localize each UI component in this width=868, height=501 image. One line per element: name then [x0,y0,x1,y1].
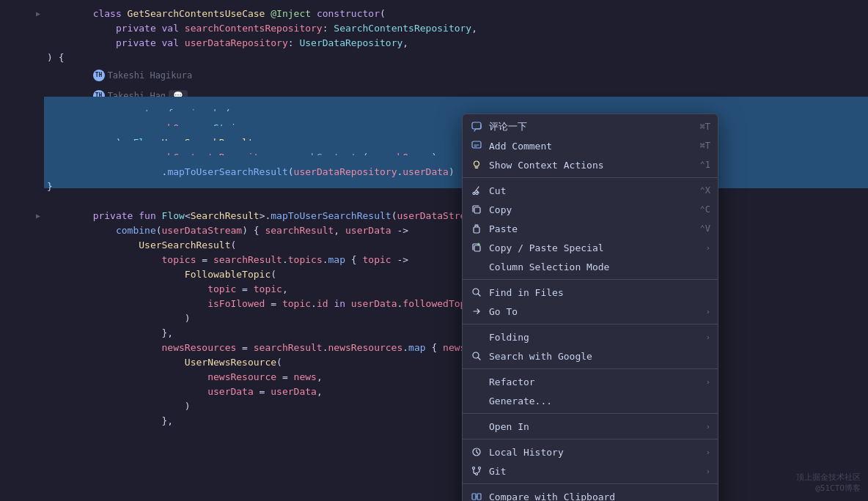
svg-point-13 [476,473,478,475]
menu-item-shortcut-paste: ⌃V [700,223,710,234]
svg-rect-5 [474,207,480,213]
svg-rect-0 [472,122,481,129]
copy-paste-special-arrow: › [705,243,710,253]
menu-item-label-add-comment: Add Comment [489,141,685,152]
context-menu: 评论一下 ⌘T Add Comment ⌘T Show Context Acti… [462,114,718,501]
svg-rect-6 [474,227,479,233]
refactor-arrow: › [705,377,710,387]
menu-item-shortcut-add-comment: ⌘T [700,141,710,151]
paste-icon [470,223,483,234]
menu-item-comment-chinese[interactable]: 评论一下 ⌘T [463,117,718,136]
watermark-line1: 顶上掘金技术社区 [796,472,861,483]
menu-item-compare-with-clipboard[interactable]: Compare with Clipboard [463,487,718,501]
fold-icon-1[interactable]: ▶ [32,10,44,18]
svg-point-2 [474,161,479,166]
menu-item-refactor[interactable]: Refactor › [463,372,718,391]
menu-item-label-go-to: Go To [489,306,702,317]
menu-item-paste[interactable]: Paste ⌃V [463,219,718,238]
menu-item-label-local-history: Local History [489,447,702,458]
menu-item-find-in-files[interactable]: Find in Files [463,283,718,302]
menu-item-label-folding: Folding [489,332,702,343]
go-to-arrow: › [705,307,710,316]
separator-5 [463,413,718,414]
menu-item-label-generate: Generate... [489,396,710,407]
menu-item-label-paste: Paste [489,223,685,234]
svg-rect-15 [477,494,481,500]
menu-item-generate[interactable]: Generate... [463,391,718,410]
svg-point-3 [473,193,475,195]
menu-item-label-copy: Copy [489,204,685,215]
watermark-line2: @51CTO博客 [796,483,861,494]
search-google-icon [470,351,483,361]
menu-item-copy-paste-special[interactable]: Copy / Paste Special › [463,238,718,257]
compare-icon [470,491,483,501]
code-line-11: .mapToUserSearchResult(userDataRepositor… [0,164,868,179]
menu-item-label-copy-paste-special: Copy / Paste Special [489,242,702,253]
menu-item-label-show-context-actions: Show Context Actions [489,160,685,171]
separator-1 [463,177,718,178]
copy-paste-special-icon [470,242,483,253]
git-icon [470,466,483,476]
go-to-icon [470,306,483,316]
menu-item-label-cut: Cut [489,185,685,196]
cut-icon [470,185,483,196]
svg-point-4 [476,193,478,195]
menu-item-cut[interactable]: Cut ⌃X [463,181,718,200]
menu-item-shortcut-cut: ⌃X [700,185,710,196]
editor-area: ▶ class GetSearchContentsUseCase @Inject… [0,0,868,501]
code-line-28: }, [0,413,868,428]
local-history-icon [470,447,483,457]
menu-item-git[interactable]: Git › [463,461,718,480]
watermark: 顶上掘金技术社区 @51CTO博客 [796,472,861,494]
menu-item-label-comment-chinese: 评论一下 [489,120,685,133]
menu-item-column-selection-mode[interactable]: Column Selection Mode [463,257,718,276]
separator-6 [463,439,718,439]
line-code-12: } [44,181,868,192]
menu-item-label-column-selection-mode: Column Selection Mode [489,261,710,272]
menu-item-label-refactor: Refactor [489,376,702,387]
menu-item-shortcut-comment-chinese: ⌘T [700,122,710,132]
copy-icon [470,204,483,215]
separator-2 [463,279,718,280]
menu-item-label-find-in-files: Find in Files [489,287,710,298]
add-comment-icon [470,141,483,151]
menu-item-label-open-in: Open In [489,421,702,432]
menu-item-shortcut-show-context-actions: ⌃1 [700,160,710,170]
menu-item-shortcut-copy: ⌃C [700,204,710,215]
menu-item-copy[interactable]: Copy ⌃C [463,200,718,219]
separator-3 [463,324,718,324]
code-line-3: private val userDataRepository: UserData… [0,35,868,50]
menu-item-local-history[interactable]: Local History › [463,442,718,461]
comment-icon [470,122,483,132]
code-line-12: } [0,179,868,193]
menu-item-label-git: Git [489,466,702,477]
menu-item-show-context-actions[interactable]: Show Context Actions ⌃1 [463,155,718,174]
fold-icon-14[interactable]: ▶ [32,212,44,220]
open-in-arrow: › [705,422,710,431]
menu-item-label-compare-with-clipboard: Compare with Clipboard [489,491,710,502]
git-arrow: › [705,467,710,476]
svg-rect-7 [474,245,480,251]
code-content: ▶ class GetSearchContentsUseCase @Inject… [0,0,868,501]
local-history-arrow: › [705,448,710,457]
menu-item-search-with-google[interactable]: Search with Google [463,346,718,365]
separator-4 [463,368,718,369]
separator-7 [463,483,718,484]
folding-arrow: › [705,333,710,342]
menu-item-go-to[interactable]: Go To › [463,302,718,321]
menu-item-folding[interactable]: Folding › [463,327,718,346]
svg-rect-14 [472,494,476,500]
line-code-28: }, [44,404,868,437]
lightbulb-icon [470,160,483,170]
menu-item-add-comment[interactable]: Add Comment ⌘T [463,136,718,155]
menu-item-open-in[interactable]: Open In › [463,417,718,436]
menu-item-label-search-with-google: Search with Google [489,351,710,362]
find-in-files-icon [470,287,483,297]
